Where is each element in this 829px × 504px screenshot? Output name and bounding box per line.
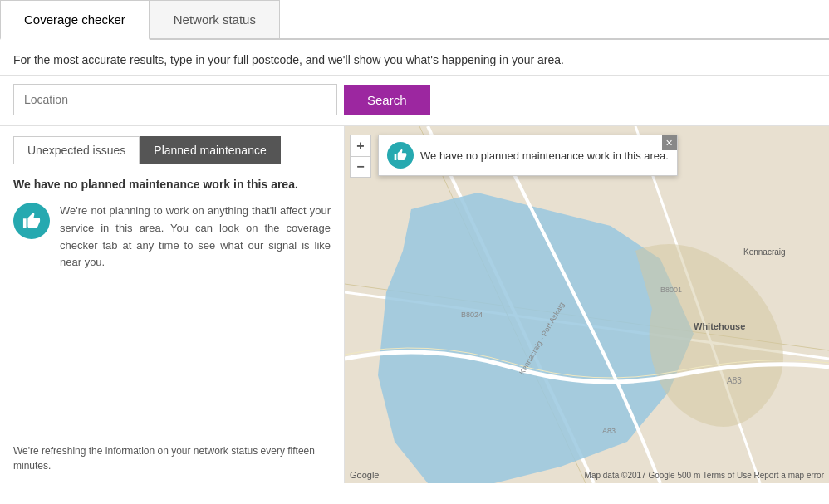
zoom-out-button[interactable]: −	[350, 156, 371, 178]
maintenance-detail: We're not planning to work on anything t…	[13, 203, 331, 272]
google-watermark: Google	[350, 470, 379, 480]
footer-note: We're refreshing the information on your…	[0, 433, 344, 483]
map-panel: A83 A83 B8024 B8001 Whitehouse Kennacrai…	[345, 126, 829, 483]
svg-text:Whitehouse: Whitehouse	[694, 321, 745, 331]
thumbs-up-icon	[13, 203, 50, 239]
sub-tabs: Unexpected issues Planned maintenance	[0, 126, 344, 164]
svg-text:B8001: B8001	[660, 286, 682, 294]
svg-text:A83: A83	[602, 427, 616, 435]
svg-text:Kennacraig: Kennacraig	[743, 247, 786, 257]
left-panel: Unexpected issues Planned maintenance We…	[0, 126, 345, 483]
popup-thumbs-up-icon	[387, 142, 414, 169]
maintenance-content: We have no planned maintenance work in t…	[0, 164, 344, 433]
maintenance-body: We're not planning to work on anything t…	[60, 203, 331, 272]
main-tabs: Coverage checker Network status	[0, 0, 829, 40]
popup-close-button[interactable]: ✕	[662, 135, 677, 150]
search-bar: Search	[0, 76, 829, 126]
main-content: Unexpected issues Planned maintenance We…	[0, 126, 829, 483]
svg-text:A83: A83	[727, 376, 742, 385]
map-background: A83 A83 B8024 B8001 Whitehouse Kennacrai…	[345, 126, 829, 483]
location-input[interactable]	[13, 84, 337, 115]
popup-text: We have no planned maintenance work in t…	[420, 149, 669, 162]
map-zoom-controls: + −	[350, 135, 371, 178]
maintenance-title: We have no planned maintenance work in t…	[13, 178, 331, 191]
tab-network-status[interactable]: Network status	[150, 0, 280, 38]
map-footer: Map data ©2017 Google 500 m Terms of Use…	[585, 471, 824, 480]
description-text: For the most accurate results, type in y…	[0, 40, 829, 76]
map-popup: We have no planned maintenance work in t…	[378, 135, 678, 176]
svg-text:B8024: B8024	[461, 311, 483, 319]
search-button[interactable]: Search	[344, 85, 430, 115]
tab-coverage-checker[interactable]: Coverage checker	[0, 0, 150, 40]
zoom-in-button[interactable]: +	[350, 135, 371, 156]
tab-unexpected-issues[interactable]: Unexpected issues	[13, 136, 140, 164]
tab-planned-maintenance[interactable]: Planned maintenance	[140, 136, 280, 164]
